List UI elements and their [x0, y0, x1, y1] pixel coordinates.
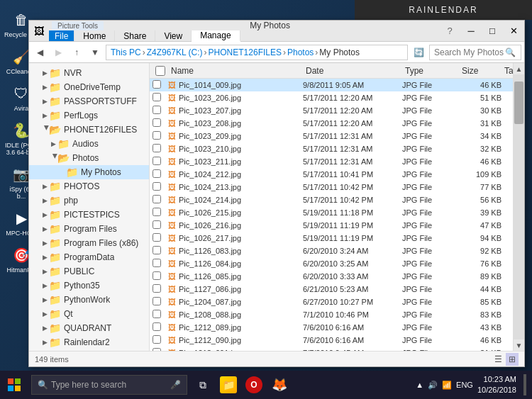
row-checkbox[interactable]	[153, 118, 168, 128]
row-checkbox[interactable]	[153, 271, 168, 281]
row-checkbox[interactable]	[153, 220, 168, 230]
sidebar-item-pictestpics[interactable]: ▶ 📁 PICTESTPICS	[29, 208, 149, 222]
table-row[interactable]: 🖼 Pic_1204_087.jpg 6/27/2010 10:27 PM JP…	[150, 296, 513, 308]
search-input[interactable]	[434, 47, 505, 57]
volume-icon[interactable]: 🔊	[428, 381, 438, 390]
table-row[interactable]: 🖼 Pic_1126_084.jpg 6/20/2010 3:25 AM JPG…	[150, 257, 513, 270]
sidebar-item-programfilesx86[interactable]: ▶ 📁 Program Files (x86)	[29, 236, 149, 250]
row-checkbox[interactable]	[153, 246, 168, 256]
tags-column-header[interactable]: Tags	[501, 63, 513, 79]
network-icon[interactable]: 📶	[442, 381, 452, 390]
table-row[interactable]: 🖼 Pic_1023_211.jpg 5/17/2011 12:31 AM JP…	[150, 155, 513, 168]
breadcrumb-myphotos[interactable]: My Photos	[319, 47, 360, 57]
sidebar-item-qt[interactable]: ▶ 📁 Qt	[29, 307, 149, 321]
row-checkbox[interactable]	[153, 131, 168, 141]
row-checkbox[interactable]	[153, 182, 168, 192]
sidebar-item-pythonwork[interactable]: ▶ 📁 PythonWork	[29, 293, 149, 307]
sidebar-item-rainlendar2[interactable]: ▶ 📁 Rainlendar2	[29, 335, 149, 349]
sidebar-item-quadrant[interactable]: ▶ 📁 QUADRANT	[29, 321, 149, 335]
details-view-button[interactable]: ☰	[492, 353, 504, 366]
row-checkbox[interactable]	[153, 169, 168, 179]
sidebar-item-audios[interactable]: ▶ 📁 Audios	[29, 137, 149, 151]
tab-manage[interactable]: Manage	[192, 30, 240, 42]
size-column-header[interactable]: Size	[459, 63, 501, 79]
row-checkbox[interactable]	[153, 335, 168, 345]
maximize-button[interactable]: □	[482, 21, 503, 41]
refresh-button[interactable]: 🔄	[411, 45, 426, 60]
breadcrumb-drive[interactable]: Z4Z967KL (C:)	[147, 47, 203, 57]
scroll-down-arrow[interactable]: ▼	[514, 339, 525, 351]
row-checkbox[interactable]	[153, 195, 168, 205]
table-row[interactable]: 🖼 Pic_1024_213.jpg 5/17/2011 10:42 PM JP…	[150, 181, 513, 193]
sidebar-item-myphotos[interactable]: 📁 My Photos	[29, 165, 149, 179]
table-row[interactable]: 🖼 Pic_1023_210.jpg 5/17/2011 12:31 AM JP…	[150, 142, 513, 155]
row-checkbox[interactable]	[153, 322, 168, 332]
language-indicator[interactable]: ENG	[456, 381, 473, 389]
sidebar-item-nvr[interactable]: ▶ 📁 NVR	[29, 66, 149, 80]
table-row[interactable]: 🖼 Pic_1024_214.jpg 5/17/2011 10:42 PM JP…	[150, 193, 513, 206]
minimize-button[interactable]: ─	[460, 21, 482, 41]
show-hidden-icons-button[interactable]: ▲	[416, 381, 423, 389]
sidebar-item-photos[interactable]: ▶ 📂 Photos	[29, 151, 149, 165]
list-view-button[interactable]: ⊞	[506, 353, 519, 366]
search-box[interactable]: 🔍	[429, 45, 521, 60]
sidebar-item-programdata[interactable]: ▶ 📁 ProgramData	[29, 250, 149, 264]
close-button[interactable]: ✕	[503, 21, 524, 41]
row-checkbox[interactable]	[153, 297, 168, 307]
taskbar-opera-icon[interactable]: O	[243, 371, 265, 399]
table-row[interactable]: 🖼 Pic_1014_009.jpg 9/8/2011 9:05 AM JPG …	[150, 79, 513, 91]
table-row[interactable]: 🖼 Pic_1127_086.jpg 6/21/2010 5:23 AM JPG…	[150, 283, 513, 296]
taskbar-explorer-icon[interactable]: 📁	[217, 371, 240, 399]
check-column-header[interactable]	[153, 63, 168, 79]
sidebar-item-onedrivetemp[interactable]: ▶ 📁 OneDriveTemp	[29, 80, 149, 94]
table-row[interactable]: 🖼 Pic_1212_089.jpg 7/6/2010 6:16 AM JPG …	[150, 321, 513, 334]
table-row[interactable]: 🖼 Pic_1023_207.jpg 5/17/2011 12:20 AM JP…	[150, 104, 513, 117]
row-checkbox[interactable]	[153, 157, 168, 167]
taskbar-firefox-icon[interactable]: 🦊	[268, 371, 291, 399]
tab-view[interactable]: View	[155, 30, 192, 41]
sidebar-item-php[interactable]: ▶ 📁 php	[29, 193, 149, 208]
table-row[interactable]: 🖼 Pic_1208_088.jpg 7/1/2010 10:46 PM JPG…	[150, 308, 513, 321]
table-row[interactable]: 🖼 Pic_1023_206.jpg 5/17/2011 12:20 AM JP…	[150, 91, 513, 104]
breadcrumb[interactable]: This PC › Z4Z967KL (C:) › PHONET126FILES…	[106, 45, 408, 60]
sidebar-item-perflogs[interactable]: ▶ 📁 PerfLogs	[29, 108, 149, 123]
row-checkbox[interactable]	[153, 208, 168, 218]
clock[interactable]: 10:23 AM 10/26/2018	[477, 374, 516, 396]
start-button[interactable]	[0, 371, 28, 399]
scroll-thumb[interactable]	[514, 82, 523, 124]
table-row[interactable]: 🖼 Pic_1023_209.jpg 5/17/2011 12:31 AM JP…	[150, 130, 513, 142]
table-row[interactable]: 🖼 Pic_1024_212.jpg 5/17/2011 10:41 PM JP…	[150, 168, 513, 181]
table-row[interactable]: 🖼 Pic_1026_216.jpg 5/19/2011 11:19 PM JP…	[150, 219, 513, 232]
row-checkbox[interactable]	[153, 310, 168, 320]
breadcrumb-thispc[interactable]: This PC	[111, 47, 141, 57]
tab-share[interactable]: Share	[115, 30, 155, 41]
file-list-scrollbar[interactable]: ▲ ▼	[513, 63, 524, 351]
row-checkbox[interactable]	[153, 106, 168, 116]
taskview-button[interactable]: ⧉	[192, 371, 214, 399]
sidebar-item-public[interactable]: ▶ 📁 PUBLIC	[29, 264, 149, 279]
sidebar-item-phonet126files[interactable]: ▶ 📂 PHONET126FILES	[29, 123, 149, 137]
table-row[interactable]: 🖼 Pic_1026_215.jpg 5/19/2011 11:18 PM JP…	[150, 206, 513, 219]
forward-button[interactable]: ▶	[50, 45, 66, 60]
taskbar-search-input[interactable]	[51, 380, 157, 390]
row-checkbox[interactable]	[153, 144, 168, 154]
type-column-header[interactable]: Type	[402, 63, 459, 79]
show-desktop-button[interactable]	[523, 374, 526, 395]
sidebar-item-passportstuff[interactable]: ▶ 📁 PASSPORTSTUFF	[29, 94, 149, 108]
row-checkbox[interactable]	[153, 233, 168, 243]
table-row[interactable]: 🖼 Pic_1126_085.jpg 6/20/2010 3:33 AM JPG…	[150, 270, 513, 283]
date-column-header[interactable]: Date	[303, 63, 402, 79]
recent-locations-button[interactable]: ▼	[87, 45, 103, 60]
table-row[interactable]: 🖼 Pic_1026_217.jpg 5/19/2011 11:19 PM JP…	[150, 232, 513, 245]
row-checkbox[interactable]	[153, 93, 168, 103]
row-checkbox[interactable]	[153, 284, 168, 294]
breadcrumb-phonet[interactable]: PHONET126FILES	[209, 47, 282, 57]
name-column-header[interactable]: Name	[168, 63, 303, 79]
tab-home[interactable]: Home	[74, 30, 115, 41]
breadcrumb-photos[interactable]: Photos	[287, 47, 314, 57]
sidebar-item-python35[interactable]: ▶ 📁 Python35	[29, 279, 149, 293]
select-all-checkbox[interactable]	[155, 66, 165, 76]
tab-file[interactable]: File	[49, 30, 74, 41]
table-row[interactable]: 🖼 Pic_1212_090.jpg 7/6/2010 6:16 AM JPG …	[150, 334, 513, 347]
taskbar-search-box[interactable]: 🔍 🎤	[31, 375, 187, 395]
